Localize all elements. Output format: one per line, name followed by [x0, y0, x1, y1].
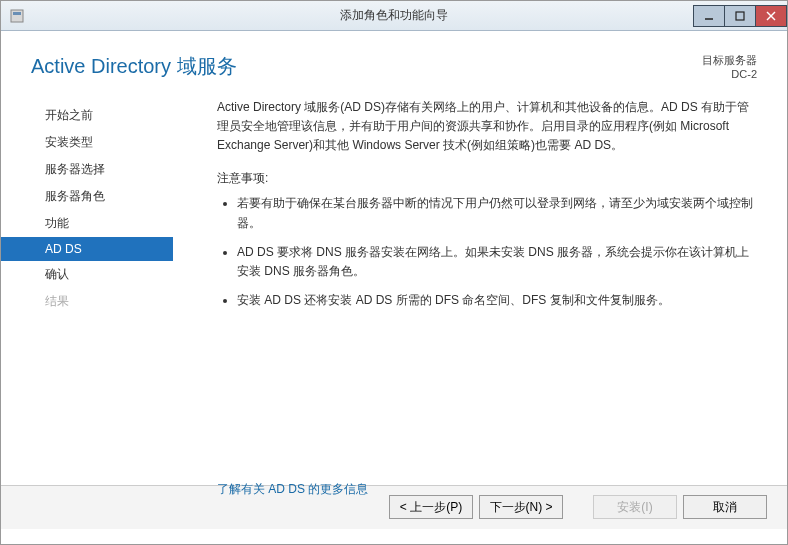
learn-more-link[interactable]: 了解有关 AD DS 的更多信息 — [217, 480, 368, 499]
target-server: 目标服务器 DC-2 — [702, 53, 757, 82]
close-button[interactable] — [755, 5, 787, 27]
header: Active Directory 域服务 目标服务器 DC-2 — [1, 31, 787, 90]
install-button: 安装(I) — [593, 495, 677, 519]
cancel-button[interactable]: 取消 — [683, 495, 767, 519]
titlebar: 添加角色和功能向导 — [1, 1, 787, 31]
sidebar-item-adds[interactable]: AD DS — [1, 237, 173, 261]
sidebar-item-features[interactable]: 功能 — [1, 210, 173, 237]
target-server-value: DC-2 — [702, 67, 757, 81]
wizard-icon — [9, 8, 25, 24]
sidebar-item-server-selection[interactable]: 服务器选择 — [1, 156, 173, 183]
svg-rect-3 — [736, 12, 744, 20]
content: 开始之前 安装类型 服务器选择 服务器角色 功能 AD DS 确认 结果 Act… — [1, 90, 787, 485]
previous-button[interactable]: < 上一步(P) — [389, 495, 473, 519]
sidebar-item-confirm[interactable]: 确认 — [1, 261, 173, 288]
main-panel: Active Directory 域服务(AD DS)存储有关网络上的用户、计算… — [173, 90, 787, 485]
sidebar: 开始之前 安装类型 服务器选择 服务器角色 功能 AD DS 确认 结果 — [1, 90, 173, 485]
page-title: Active Directory 域服务 — [31, 53, 237, 80]
next-button[interactable]: 下一步(N) > — [479, 495, 563, 519]
sidebar-item-install-type[interactable]: 安装类型 — [1, 129, 173, 156]
note-list: 若要有助于确保在某台服务器中断的情况下用户仍然可以登录到网络，请至少为域安装两个… — [217, 194, 759, 310]
svg-rect-0 — [11, 10, 23, 22]
sidebar-item-before-begin[interactable]: 开始之前 — [1, 102, 173, 129]
minimize-button[interactable] — [693, 5, 725, 27]
sidebar-item-server-roles[interactable]: 服务器角色 — [1, 183, 173, 210]
window-controls — [694, 5, 787, 27]
intro-text: Active Directory 域服务(AD DS)存储有关网络上的用户、计算… — [217, 98, 759, 156]
note-label: 注意事项: — [217, 169, 759, 188]
maximize-button[interactable] — [724, 5, 756, 27]
svg-rect-1 — [13, 12, 21, 15]
sidebar-item-results: 结果 — [1, 288, 173, 315]
window-title: 添加角色和功能向导 — [340, 7, 448, 24]
target-server-label: 目标服务器 — [702, 53, 757, 67]
note-item: AD DS 要求将 DNS 服务器安装在网络上。如果未安装 DNS 服务器，系统… — [237, 243, 759, 281]
note-item: 若要有助于确保在某台服务器中断的情况下用户仍然可以登录到网络，请至少为域安装两个… — [237, 194, 759, 232]
note-item: 安装 AD DS 还将安装 AD DS 所需的 DFS 命名空间、DFS 复制和… — [237, 291, 759, 310]
